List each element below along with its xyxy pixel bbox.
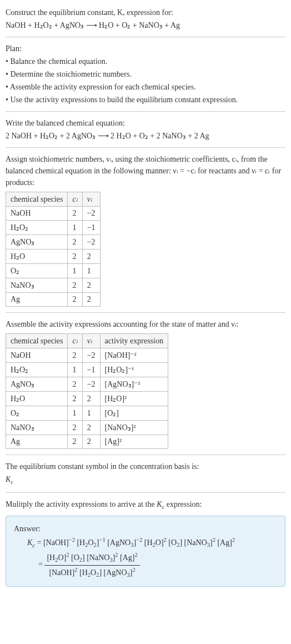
table-header-row: chemical species cᵢ νᵢ activity expressi…	[6, 334, 168, 348]
plan-item: • Assemble the activity expression for e…	[6, 81, 285, 93]
table-row: H₂O₂1−1	[6, 221, 101, 235]
cell: 2	[82, 435, 100, 449]
cell: 2	[82, 249, 100, 264]
cell: H₂O	[6, 392, 68, 406]
stoich-section: Assign stoichiometric numbers, νᵢ, using…	[6, 153, 285, 307]
prompt-equation-text: NaOH + H₂O₂ + AgNO₃ ⟶ H₂O + O₂ + NaNO₃ +…	[6, 21, 180, 29]
activity-table: chemical species cᵢ νᵢ activity expressi…	[6, 333, 168, 449]
divider	[6, 111, 285, 112]
cell: −2	[82, 235, 100, 249]
cell: NaNO₃	[6, 278, 68, 293]
cell: 2	[68, 293, 82, 307]
cell: 1	[82, 264, 100, 278]
stoich-table: chemical species cᵢ νᵢ NaOH2−2 H₂O₂1−1 A…	[6, 192, 101, 307]
table-header: cᵢ	[68, 192, 82, 207]
cell: [AgNO₃]⁻²	[100, 377, 168, 392]
cell: [H₂O₂]⁻¹	[100, 363, 168, 377]
prompt-equation: NaOH + H₂O₂ + AgNO₃ ⟶ H₂O + O₂ + NaNO₃ +…	[6, 19, 285, 31]
cell: [NaNO₃]²	[100, 421, 168, 435]
table-row: Ag22[Ag]²	[6, 435, 168, 449]
header-ci: cᵢ	[72, 337, 77, 345]
cell: 2	[82, 293, 100, 307]
cell: [NaOH]⁻²	[100, 348, 168, 363]
prompt-title: Construct the equilibrium constant, K, e…	[6, 7, 285, 18]
cell: 1	[68, 406, 82, 421]
answer-box: Answer: Kc = [NaOH]−2 [H2O2]−1 [AgNO3]−2…	[6, 516, 285, 587]
cell: 2	[68, 249, 82, 264]
table-row: AgNO₃2−2[AgNO₃]⁻²	[6, 377, 168, 392]
table-header: νᵢ	[82, 334, 100, 348]
divider	[6, 312, 285, 313]
table-row: H₂O22[H₂O]²	[6, 392, 168, 406]
plan-heading: Plan:	[6, 43, 285, 54]
divider	[6, 37, 285, 37]
cell: 2	[68, 235, 82, 249]
cell: 1	[82, 406, 100, 421]
balanced-equation: 2 NaOH + H₂O₂ + 2 AgNO₃ ⟶ 2 H₂O + O₂ + 2…	[6, 130, 285, 142]
answer-expression-line1: Kc = [NaOH]−2 [H2O2]−1 [AgNO3]−2 [H2O]2 …	[27, 536, 277, 550]
cell: NaNO₃	[6, 421, 68, 435]
kc-symbol-line1: The equilibrium constant symbol in the c…	[6, 461, 285, 472]
cell: −2	[82, 348, 100, 363]
cell: 2	[68, 377, 82, 392]
cell: −2	[82, 377, 100, 392]
cell: [Ag]²	[100, 435, 168, 449]
table-row: NaNO₃22[NaNO₃]²	[6, 421, 168, 435]
plan-item: • Balance the chemical equation.	[6, 56, 285, 67]
cell: 2	[68, 348, 82, 363]
cell: 2	[82, 421, 100, 435]
kc-symbol-line2: Kc	[6, 473, 285, 487]
cell: −1	[82, 221, 100, 235]
header-vi: νᵢ	[87, 337, 92, 345]
cell: Ag	[6, 293, 68, 307]
answer-fraction: [H2O]2 [O2] [NaNO3]2 [Ag]2 [NaOH]2 [H2O2…	[44, 551, 139, 579]
plan-section: Plan: • Balance the chemical equation. •…	[6, 43, 285, 106]
table-row: O₂11[O₂]	[6, 406, 168, 421]
cell: [H₂O]²	[100, 392, 168, 406]
divider	[6, 492, 285, 493]
kc-symbol-section: The equilibrium constant symbol in the c…	[6, 461, 285, 487]
plan-item: • Use the activity expressions to build …	[6, 94, 285, 106]
multiply-heading: Mulitply the activity expressions to arr…	[6, 498, 285, 512]
table-row: O₂11	[6, 264, 101, 278]
table-header: activity expression	[100, 334, 168, 348]
answer-expression-line2: = [H2O]2 [O2] [NaNO3]2 [Ag]2 [NaOH]2 [H2…	[38, 551, 277, 579]
table-row: AgNO₃2−2	[6, 235, 101, 249]
cell: NaOH	[6, 348, 68, 363]
cell: 2	[68, 392, 82, 406]
cell: 2	[68, 435, 82, 449]
cell: 2	[82, 278, 100, 293]
cell: H₂O	[6, 249, 68, 264]
cell: O₂	[6, 406, 68, 421]
multiply-section: Mulitply the activity expressions to arr…	[6, 498, 285, 512]
divider	[6, 455, 285, 455]
activity-intro: Assemble the activity expressions accoun…	[6, 318, 285, 330]
cell: H₂O₂	[6, 221, 68, 235]
answer-eq-prefix: =	[38, 560, 44, 568]
cell: −1	[82, 363, 100, 377]
table-header: chemical species	[6, 334, 68, 348]
table-header: chemical species	[6, 192, 68, 207]
table-header: νᵢ	[82, 192, 100, 207]
fraction-denominator: [NaOH]2 [H2O2] [AgNO3]2	[44, 566, 139, 580]
cell: 2	[68, 278, 82, 293]
table-row: Ag22	[6, 293, 101, 307]
balanced-section: Write the balanced chemical equation: 2 …	[6, 117, 285, 142]
cell: 1	[68, 264, 82, 278]
cell: 2	[68, 207, 82, 221]
header-vi: νᵢ	[87, 195, 92, 203]
cell: AgNO₃	[6, 377, 68, 392]
cell: [O₂]	[100, 406, 168, 421]
prompt-section: Construct the equilibrium constant, K, e…	[6, 7, 285, 31]
table-header-row: chemical species cᵢ νᵢ	[6, 192, 101, 207]
table-header: cᵢ	[68, 334, 82, 348]
prompt-title-text: Construct the equilibrium constant, K, e…	[6, 8, 173, 17]
header-ci: cᵢ	[72, 195, 77, 203]
table-row: NaOH2−2	[6, 207, 101, 221]
divider	[6, 147, 285, 148]
table-row: H₂O22	[6, 249, 101, 264]
table-row: H₂O₂1−1[H₂O₂]⁻¹	[6, 363, 168, 377]
cell: H₂O₂	[6, 363, 68, 377]
cell: −2	[82, 207, 100, 221]
cell: Ag	[6, 435, 68, 449]
